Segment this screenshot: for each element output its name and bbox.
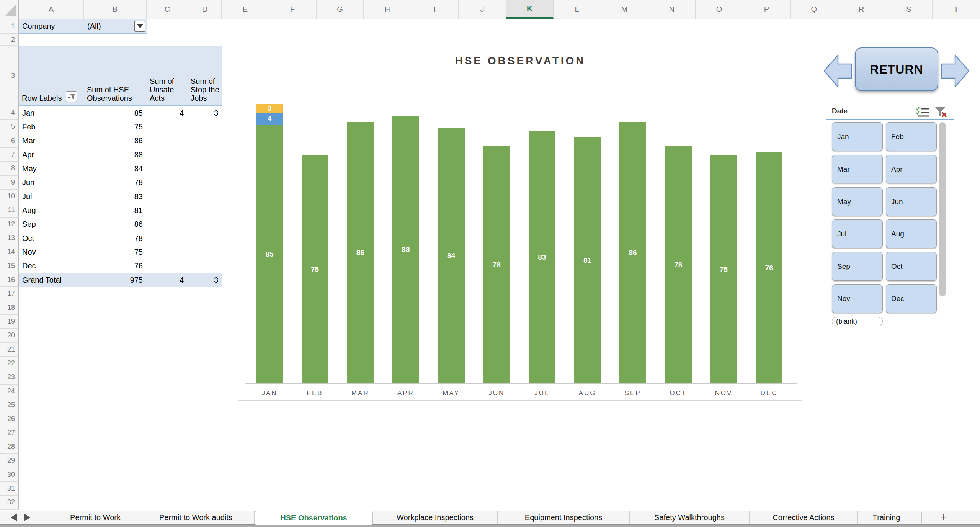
bar-mar-hse[interactable]: 86 [347,122,374,383]
cell-stop-jun[interactable] [188,176,222,190]
row-header-26[interactable]: 26 [0,412,19,426]
cell-unsafe-nov[interactable] [147,245,188,259]
cell-unsafe-oct[interactable] [147,231,188,245]
cell-stop-dec[interactable] [188,259,222,273]
row-header-7[interactable]: 7 [0,148,19,162]
row-header-25[interactable]: 25 [0,398,19,412]
tab-permit-to-work[interactable]: Permit to Work [54,511,137,524]
cell-hse-aug[interactable]: 81 [84,203,147,217]
cell-unsafe-apr[interactable] [147,148,188,162]
column-header-M[interactable]: M [601,0,648,19]
cell-stop-jul[interactable] [188,190,222,203]
slicer-button-jul[interactable]: Jul [832,219,883,248]
row-labels-filter-button[interactable] [66,91,77,102]
cell-month-jun[interactable]: Jun [19,176,84,190]
row-header-17[interactable]: 17 [0,287,19,301]
column-header-S[interactable]: S [885,0,933,19]
cell-hse-dec[interactable]: 76 [84,259,147,273]
pivot-header-hse[interactable]: Sum of HSE Observations [84,46,147,105]
bar-sep-hse[interactable]: 86 [619,122,646,383]
slicer-button-dec[interactable]: Dec [886,284,937,313]
row-header-27[interactable]: 27 [0,426,19,440]
slicer-scrollbar-thumb[interactable] [939,122,946,296]
pivot-header-row-labels[interactable]: Row Labels [19,46,84,105]
bar-apr-hse[interactable]: 88 [392,116,419,383]
cell-stop-may[interactable] [188,162,222,175]
bar-oct-hse[interactable]: 78 [665,146,692,383]
cell-unsafe-sep[interactable] [147,218,188,231]
cell-month-jul[interactable]: Jul [19,190,84,203]
column-header-A[interactable]: A [19,0,84,19]
slicer-button-feb[interactable]: Feb [886,122,937,151]
row-header-6[interactable]: 6 [0,134,19,148]
cell-month-jan[interactable]: Jan [19,106,84,120]
forward-arrow-shape[interactable] [941,52,970,90]
cell-hse-may[interactable]: 84 [84,162,147,175]
cell-month-may[interactable]: May [19,162,84,175]
cell-stop-mar[interactable] [188,134,222,148]
bar-dec-hse[interactable]: 76 [756,152,782,383]
cell-unsafe-jul[interactable] [147,190,188,203]
row-header-9[interactable]: 9 [0,176,19,190]
slicer-button-aug[interactable]: Aug [886,219,937,248]
column-header-P[interactable]: P [743,0,791,19]
cell-month-oct[interactable]: Oct [19,231,84,245]
column-header-E[interactable]: E [222,0,269,19]
cell-stop-nov[interactable] [188,245,222,259]
cell-unsafe-aug[interactable] [147,203,188,217]
cell-stop-feb[interactable] [188,120,222,134]
cell-stop-aug[interactable] [188,203,222,217]
bar-jan-hse[interactable]: 85 [256,125,283,383]
sheet-nav-right-icon[interactable] [24,513,30,522]
column-header-B[interactable]: B [84,0,147,19]
bar-jan-unsafe[interactable]: 4 [256,113,283,125]
cell-month-feb[interactable]: Feb [19,120,84,134]
row-header-21[interactable]: 21 [0,343,19,357]
cell-month-dec[interactable]: Dec [19,259,84,273]
row-header-32[interactable]: 32 [0,496,19,509]
row-header-23[interactable]: 23 [0,370,19,384]
cell-unsafe-jun[interactable] [147,176,188,190]
column-header-L[interactable]: L [554,0,601,19]
cell-unsafe-mar[interactable] [147,134,188,148]
row-header-31[interactable]: 31 [0,482,19,496]
cell-company-label[interactable]: Company [19,19,84,33]
row-header-1[interactable]: 1 [0,19,19,34]
bar-aug-hse[interactable]: 81 [574,137,601,383]
cell-hse-sep[interactable]: 86 [84,218,147,231]
tab-training[interactable]: Training [858,511,915,524]
row-header-4[interactable]: 4 [0,106,19,120]
cell-month-sep[interactable]: Sep [19,218,84,231]
row-header-12[interactable]: 12 [0,218,19,231]
cell-hse-oct[interactable]: 78 [84,231,147,245]
bar-jul-hse[interactable]: 83 [529,131,555,383]
tab-corrective-actions[interactable]: Corrective Actions [750,511,858,524]
company-dropdown-button[interactable] [134,21,145,32]
column-header-Q[interactable]: Q [791,0,838,19]
cell-hse-nov[interactable]: 75 [84,245,147,259]
slicer-button-jan[interactable]: Jan [832,122,883,151]
cell-month-nov[interactable]: Nov [19,245,84,259]
row-header-15[interactable]: 15 [0,259,19,273]
cell-hse-jul[interactable]: 83 [84,190,147,203]
tab-workplace-inspections[interactable]: Workplace Inspections [373,511,498,524]
bar-feb-hse[interactable]: 75 [302,155,328,383]
cell-hse-apr[interactable]: 88 [84,148,147,162]
grand-total-unsafe[interactable]: 4 [147,273,188,287]
column-header-H[interactable]: H [364,0,411,19]
cell-stop-sep[interactable] [188,218,222,231]
column-header-R[interactable]: R [838,0,885,19]
column-header-T[interactable]: T [933,0,980,19]
tab-hse-observations[interactable]: HSE Observations [255,511,373,525]
bar-jun-hse[interactable]: 78 [483,146,510,383]
grand-total-month[interactable]: Grand Total [19,273,84,287]
tab-equipment-inspections[interactable]: Equipment Inspections [498,511,630,524]
bar-may-hse[interactable]: 84 [438,128,465,383]
row-header-22[interactable]: 22 [0,357,19,370]
grand-total-hse[interactable]: 975 [84,273,147,287]
row-header-13[interactable]: 13 [0,231,19,245]
cell-stop-apr[interactable] [188,148,222,162]
bar-nov-hse[interactable]: 75 [710,155,737,383]
cell-unsafe-may[interactable] [147,162,188,175]
slicer-button-sep[interactable]: Sep [832,252,883,281]
